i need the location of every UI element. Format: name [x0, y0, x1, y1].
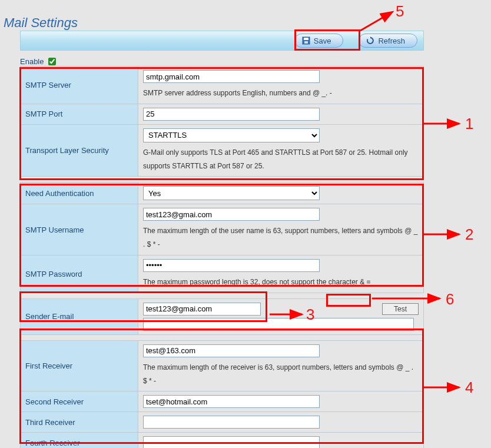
second-receiver-input[interactable] [143, 395, 320, 408]
save-button-label: Save [314, 36, 331, 45]
need-auth-label: Need Authentication [21, 182, 138, 204]
refresh-button-label: Refresh [378, 36, 405, 45]
smtp-username-hint: The maximum length of the user name is 6… [143, 224, 419, 251]
tls-label: Transport Layer Security [21, 124, 138, 177]
toolbar: Save Refresh [20, 31, 424, 51]
annotation-num-5: 5 [396, 2, 404, 21]
smtp-password-hint: The maximum password length is 32, does … [143, 276, 419, 289]
svg-marker-3 [370, 36, 372, 38]
annotation-arrow-4: 4 [424, 379, 471, 398]
smtp-password-label: SMTP Password [21, 255, 138, 293]
annotation-num-6: 6 [446, 290, 454, 308]
first-receiver-hint: The maximum length of the receiver is 63… [143, 361, 419, 388]
smtp-server-hint: SMTP server address supports English, nu… [143, 87, 419, 100]
fourth-receiver-label: Fourth Receiver [21, 433, 138, 448]
svg-line-8 [360, 12, 393, 31]
smtp-server-label: SMTP Server [21, 67, 138, 104]
smtp-username-label: SMTP Username [21, 204, 138, 255]
third-receiver-input[interactable] [143, 416, 320, 429]
refresh-icon [366, 36, 374, 45]
third-receiver-label: Third Receiver [21, 412, 138, 433]
svg-rect-2 [304, 41, 308, 44]
smtp-port-label: SMTP Port [21, 104, 138, 124]
smtp-port-input[interactable] [143, 108, 320, 121]
smtp-server-input[interactable] [143, 70, 320, 83]
smtp-username-input[interactable] [143, 208, 320, 221]
first-receiver-label: First Receiver [21, 340, 138, 391]
save-button[interactable]: Save [294, 34, 344, 48]
need-auth-select[interactable]: Yes [143, 186, 320, 200]
test-button[interactable]: Test [382, 303, 419, 315]
sender-email-input-2[interactable] [143, 318, 414, 331]
second-receiver-label: Second Receiver [21, 391, 138, 412]
annotation-num-2: 2 [465, 225, 473, 244]
enable-checkbox[interactable] [48, 58, 56, 65]
refresh-button[interactable]: Refresh [359, 34, 417, 48]
first-receiver-input[interactable] [143, 344, 320, 357]
tls-hint: G-Mail only supports TLS at Port 465 and… [143, 146, 419, 173]
sender-email-label: Sender E-mail [21, 298, 138, 334]
fourth-receiver-input[interactable] [143, 436, 320, 448]
tls-select[interactable]: STARTTLS [143, 128, 320, 142]
enable-label: Enable [20, 57, 44, 66]
annotation-arrow-1: 1 [424, 115, 471, 134]
annotation-arrow-2: 2 [424, 225, 471, 245]
annotation-num-4: 4 [465, 379, 473, 397]
annotation-num-1: 1 [465, 115, 473, 133]
smtp-password-input[interactable] [143, 259, 320, 272]
svg-rect-1 [304, 38, 308, 40]
page-title: Mail Settings [4, 15, 78, 31]
save-icon [302, 36, 310, 45]
sender-email-input[interactable] [143, 303, 261, 316]
